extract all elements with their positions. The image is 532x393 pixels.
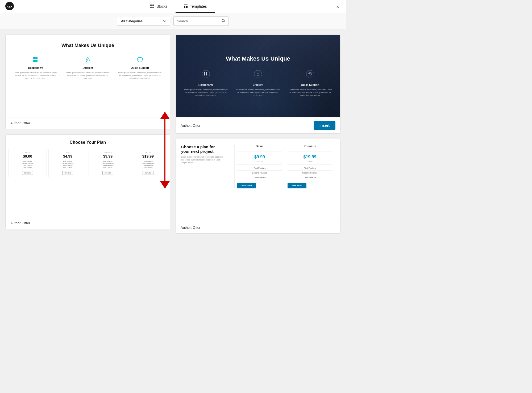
feature-text-dark-support: Lorem ipsum dolor sit amet elit do, cons… [288,88,332,97]
svg-rect-8 [150,7,152,8]
feature-responsive: Responsive Lorem ipsum dolor sit amet el… [11,56,60,80]
plan-btn-delux[interactable]: BUY NOW [143,171,154,175]
header: Blocks Templates × [0,0,346,13]
responsive-icon-dark [202,70,210,78]
plan-tier-free: FREE [10,151,45,153]
plan-btn-free[interactable]: BUY NOW [22,171,33,175]
card-preview-plan-dark: Choose a plan for your next project Lore… [176,139,340,222]
card-plan-dark: Choose a plan for your next project Lore… [176,139,340,234]
feature-title-efficient: Efficient [66,66,110,69]
card-footer-plan-light: Author: Otter [6,217,170,229]
feature-text-responsive: Lorem ipsum dolor sit amet elit do, cons… [14,71,58,80]
svg-point-28 [310,73,310,74]
plan-price-doc: $4.99 [50,154,86,158]
support-icon [136,56,144,64]
feature-text-efficient: Lorem ipsum dolor sit amet elit do, cons… [66,71,110,80]
feature-title-dark-efficient: Efficient [236,83,280,86]
card-preview-unique-light: What Makes Us Unique [6,35,170,117]
plan-premium-header: Premium [288,145,332,150]
tab-blocks[interactable]: Blocks [142,1,175,13]
plan-basic-period: / month [237,160,282,162]
cards-grid: What Makes Us Unique [0,29,346,239]
feature-text-dark-efficient: Lorem ipsum dolor sit amet elit do, cons… [236,88,280,97]
category-dropdown[interactable]: All Categories [117,17,170,26]
card-unique-dark: What Makes Us Unique [176,35,340,134]
basic-buy-button[interactable]: BUY NOW [237,183,256,188]
author-label: Author: Otter [10,121,30,125]
svg-rect-22 [204,72,205,74]
plan-price-delux: $19.99 [130,154,166,158]
svg-rect-18 [35,60,38,62]
card-preview-unique-dark: What Makes Us Unique [176,35,340,117]
search-input[interactable] [177,19,222,23]
plan-title: Choose Your Plan [8,140,167,145]
svg-point-5 [9,7,10,8]
insert-button[interactable]: Insert [314,121,335,130]
svg-point-4 [10,6,11,7]
svg-rect-23 [206,72,207,74]
efficient-icon-dark [254,70,262,78]
card-footer-unique-dark: Author: Otter Insert [176,117,340,133]
svg-rect-9 [152,7,154,8]
card-plan-light: Choose Your Plan FREE $0.00 First Featur… [5,134,170,229]
features-row: Responsive Lorem ipsum dolor sit amet el… [11,56,165,80]
plan-dark-desc: Lorem ipsum dolor sit amet, consectetur … [181,156,224,164]
support-icon-dark [306,70,314,78]
svg-rect-24 [204,74,205,75]
card-footer-plan-dark: Author: Otter [176,222,340,233]
svg-rect-11 [184,6,185,8]
svg-point-27 [309,73,310,74]
plan-delux: DELUX $19.99 First Feature Second Featur… [129,149,167,177]
search-button[interactable] [222,19,225,23]
feature-title-responsive: Responsive [14,66,58,69]
plan-tier-doc: DOC [50,151,86,153]
right-column: What Makes Us Unique [176,35,340,234]
logo [5,2,14,11]
svg-point-0 [5,2,14,10]
feature-title-dark-support: Quick Support [288,83,332,86]
svg-point-19 [139,59,139,60]
tab-templates[interactable]: Templates [176,1,215,13]
svg-rect-7 [152,5,154,6]
feature-dark-efficient: Efficient Lorem ipsum dolor sit amet eli… [233,70,283,97]
plan-basic-col: Basic $9.99 / month First Feature Second… [234,145,285,188]
feature-text-dark-responsive: Lorem ipsum dolor sit amet elit do, cons… [184,88,228,97]
svg-point-29 [311,73,311,74]
card-unique-light: What Makes Us Unique [5,35,170,129]
svg-rect-15 [33,57,35,59]
left-column: What Makes Us Unique [5,35,170,234]
toolbar: All Categories [0,13,346,29]
plan-columns: FREE $0.00 First Feature Second Feature … [8,149,167,177]
svg-rect-6 [150,5,152,6]
dark-title: What Makes Us Unique [181,55,335,62]
svg-point-20 [140,59,140,60]
svg-point-3 [8,6,9,7]
search-box [173,16,229,26]
feature-efficient: Efficient Lorem ipsum dolor sit amet eli… [63,56,113,80]
svg-line-14 [224,22,225,23]
plan-doc: DOC $4.99 First Feature Second Feature T… [48,149,87,177]
features-row-dark: Responsive Lorem ipsum dolor sit amet el… [181,70,335,97]
efficient-icon [84,56,92,64]
plan-dark-title: Choose a plan for your next project [181,145,224,154]
plan-premium-col: Premium $19.99 / month First Feature Sec… [285,145,335,188]
tab-bar: Blocks Templates [16,1,340,13]
svg-rect-25 [206,74,207,75]
close-button[interactable]: × [335,2,340,11]
feature-title-support: Quick Support [118,66,162,69]
plan-premium-period: / month [288,160,332,162]
feature-text-support: Lorem ipsum dolor sit amet elit do, cons… [118,71,162,80]
plan-price-free: $0.00 [10,154,45,158]
svg-point-21 [141,59,141,60]
svg-rect-12 [186,6,188,8]
premium-buy-button[interactable]: BUY NOW [288,183,306,188]
feature-dark-responsive: Responsive Lorem ipsum dolor sit amet el… [181,70,231,97]
svg-rect-10 [184,5,188,5]
plan-premium-price: $19.99 [288,153,332,160]
plan-author-label: Author: Otter [10,221,30,225]
plan-tier-delux: DELUX [130,151,166,153]
card-footer-unique-light: Author: Otter [6,117,170,129]
feature-dark-support: Quick Support Lorem ipsum dolor sit amet… [285,70,335,97]
plan-btn-premium[interactable]: BUY NOW [102,171,114,175]
plan-btn-doc[interactable]: BUY NOW [62,171,73,175]
